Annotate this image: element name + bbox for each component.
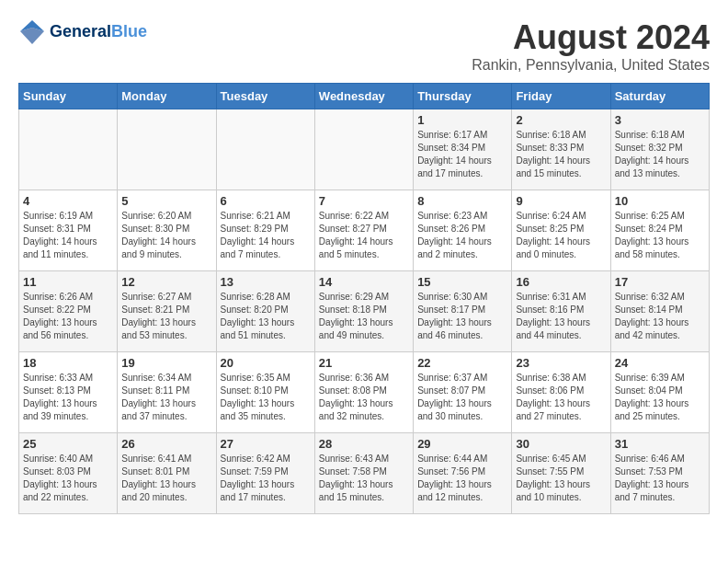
calendar-cell: 20Sunrise: 6:35 AMSunset: 8:10 PMDayligh… (216, 352, 314, 433)
calendar-cell: 27Sunrise: 6:42 AMSunset: 7:59 PMDayligh… (216, 433, 314, 514)
calendar-week-row: 18Sunrise: 6:33 AMSunset: 8:13 PMDayligh… (19, 352, 710, 433)
calendar-cell: 1Sunrise: 6:17 AMSunset: 8:34 PMDaylight… (414, 109, 512, 190)
weekday-header-monday: Monday (118, 84, 216, 109)
day-number: 22 (417, 356, 507, 370)
calendar-cell: 9Sunrise: 6:24 AMSunset: 8:25 PMDaylight… (512, 190, 610, 271)
calendar-cell: 31Sunrise: 6:46 AMSunset: 7:53 PMDayligh… (610, 433, 709, 514)
day-info: Sunrise: 6:43 AMSunset: 7:58 PMDaylight:… (319, 453, 409, 504)
day-number: 26 (121, 437, 211, 451)
calendar-cell: 25Sunrise: 6:40 AMSunset: 8:03 PMDayligh… (19, 433, 118, 514)
weekday-header-friday: Friday (512, 84, 610, 109)
day-info: Sunrise: 6:36 AMSunset: 8:08 PMDaylight:… (319, 372, 409, 423)
day-number: 13 (221, 275, 311, 289)
calendar-cell: 15Sunrise: 6:30 AMSunset: 8:17 PMDayligh… (414, 271, 512, 352)
day-number: 29 (417, 437, 507, 451)
day-number: 30 (516, 437, 606, 451)
day-info: Sunrise: 6:38 AMSunset: 8:06 PMDaylight:… (516, 372, 606, 423)
day-info: Sunrise: 6:28 AMSunset: 8:20 PMDaylight:… (221, 291, 311, 342)
calendar-cell: 24Sunrise: 6:39 AMSunset: 8:04 PMDayligh… (610, 352, 709, 433)
day-number: 10 (615, 194, 705, 208)
calendar-cell: 17Sunrise: 6:32 AMSunset: 8:14 PMDayligh… (610, 271, 709, 352)
day-number: 24 (615, 356, 705, 370)
day-number: 20 (221, 356, 311, 370)
day-info: Sunrise: 6:27 AMSunset: 8:21 PMDaylight:… (121, 291, 211, 342)
day-number: 19 (121, 356, 211, 370)
day-number: 15 (417, 275, 507, 289)
day-number: 23 (516, 356, 606, 370)
calendar-cell: 22Sunrise: 6:37 AMSunset: 8:07 PMDayligh… (414, 352, 512, 433)
day-number: 18 (23, 356, 113, 370)
weekday-header-sunday: Sunday (19, 84, 118, 109)
day-number: 21 (319, 356, 409, 370)
day-number: 6 (221, 194, 311, 208)
day-number: 4 (23, 194, 113, 208)
logo: GeneralBlue (18, 18, 147, 46)
calendar-cell: 3Sunrise: 6:18 AMSunset: 8:32 PMDaylight… (610, 109, 709, 190)
calendar-cell: 18Sunrise: 6:33 AMSunset: 8:13 PMDayligh… (19, 352, 118, 433)
calendar-cell: 26Sunrise: 6:41 AMSunset: 8:01 PMDayligh… (118, 433, 216, 514)
calendar-cell: 2Sunrise: 6:18 AMSunset: 8:33 PMDaylight… (512, 109, 610, 190)
calendar-cell: 5Sunrise: 6:20 AMSunset: 8:30 PMDaylight… (118, 190, 216, 271)
day-info: Sunrise: 6:23 AMSunset: 8:26 PMDaylight:… (417, 210, 507, 261)
calendar-cell: 6Sunrise: 6:21 AMSunset: 8:29 PMDaylight… (216, 190, 314, 271)
day-number: 5 (121, 194, 211, 208)
day-info: Sunrise: 6:42 AMSunset: 7:59 PMDaylight:… (221, 453, 311, 504)
calendar-week-row: 1Sunrise: 6:17 AMSunset: 8:34 PMDaylight… (19, 109, 710, 190)
day-number: 28 (319, 437, 409, 451)
day-info: Sunrise: 6:37 AMSunset: 8:07 PMDaylight:… (417, 372, 507, 423)
calendar-cell (19, 109, 118, 190)
calendar-cell: 4Sunrise: 6:19 AMSunset: 8:31 PMDaylight… (19, 190, 118, 271)
calendar-cell: 21Sunrise: 6:36 AMSunset: 8:08 PMDayligh… (314, 352, 413, 433)
calendar-cell: 28Sunrise: 6:43 AMSunset: 7:58 PMDayligh… (314, 433, 413, 514)
day-number: 27 (221, 437, 311, 451)
day-info: Sunrise: 6:35 AMSunset: 8:10 PMDaylight:… (221, 372, 311, 423)
logo-text: GeneralBlue (50, 23, 147, 41)
day-info: Sunrise: 6:18 AMSunset: 8:32 PMDaylight:… (615, 129, 705, 180)
day-number: 16 (516, 275, 606, 289)
day-number: 17 (615, 275, 705, 289)
weekday-header-wednesday: Wednesday (314, 84, 413, 109)
day-info: Sunrise: 6:40 AMSunset: 8:03 PMDaylight:… (23, 453, 113, 504)
day-info: Sunrise: 6:45 AMSunset: 7:55 PMDaylight:… (516, 453, 606, 504)
calendar-cell: 16Sunrise: 6:31 AMSunset: 8:16 PMDayligh… (512, 271, 610, 352)
calendar-cell: 14Sunrise: 6:29 AMSunset: 8:18 PMDayligh… (314, 271, 413, 352)
day-number: 1 (417, 113, 507, 127)
calendar-cell: 10Sunrise: 6:25 AMSunset: 8:24 PMDayligh… (610, 190, 709, 271)
calendar-cell (314, 109, 413, 190)
calendar-cell: 19Sunrise: 6:34 AMSunset: 8:11 PMDayligh… (118, 352, 216, 433)
day-info: Sunrise: 6:21 AMSunset: 8:29 PMDaylight:… (221, 210, 311, 261)
day-info: Sunrise: 6:31 AMSunset: 8:16 PMDaylight:… (516, 291, 606, 342)
day-info: Sunrise: 6:18 AMSunset: 8:33 PMDaylight:… (516, 129, 606, 180)
calendar-header: SundayMondayTuesdayWednesdayThursdayFrid… (19, 84, 710, 109)
calendar-cell (118, 109, 216, 190)
calendar-cell: 29Sunrise: 6:44 AMSunset: 7:56 PMDayligh… (414, 433, 512, 514)
day-number: 14 (319, 275, 409, 289)
day-info: Sunrise: 6:25 AMSunset: 8:24 PMDaylight:… (615, 210, 705, 261)
day-number: 8 (417, 194, 507, 208)
day-info: Sunrise: 6:39 AMSunset: 8:04 PMDaylight:… (615, 372, 705, 423)
day-info: Sunrise: 6:30 AMSunset: 8:17 PMDaylight:… (417, 291, 507, 342)
day-number: 12 (121, 275, 211, 289)
weekday-header-saturday: Saturday (610, 84, 709, 109)
day-info: Sunrise: 6:44 AMSunset: 7:56 PMDaylight:… (417, 453, 507, 504)
day-info: Sunrise: 6:34 AMSunset: 8:11 PMDaylight:… (121, 372, 211, 423)
weekday-header-thursday: Thursday (414, 84, 512, 109)
calendar-cell: 13Sunrise: 6:28 AMSunset: 8:20 PMDayligh… (216, 271, 314, 352)
day-number: 3 (615, 113, 705, 127)
calendar-week-row: 4Sunrise: 6:19 AMSunset: 8:31 PMDaylight… (19, 190, 710, 271)
day-info: Sunrise: 6:33 AMSunset: 8:13 PMDaylight:… (23, 372, 113, 423)
calendar-cell: 23Sunrise: 6:38 AMSunset: 8:06 PMDayligh… (512, 352, 610, 433)
calendar-table: SundayMondayTuesdayWednesdayThursdayFrid… (18, 83, 710, 514)
day-info: Sunrise: 6:20 AMSunset: 8:30 PMDaylight:… (121, 210, 211, 261)
calendar-cell: 30Sunrise: 6:45 AMSunset: 7:55 PMDayligh… (512, 433, 610, 514)
calendar-cell: 12Sunrise: 6:27 AMSunset: 8:21 PMDayligh… (118, 271, 216, 352)
location-subtitle: Rankin, Pennsylvania, United States (472, 57, 710, 74)
day-number: 9 (516, 194, 606, 208)
day-info: Sunrise: 6:41 AMSunset: 8:01 PMDaylight:… (121, 453, 211, 504)
day-number: 11 (23, 275, 113, 289)
calendar-body: 1Sunrise: 6:17 AMSunset: 8:34 PMDaylight… (19, 109, 710, 514)
day-info: Sunrise: 6:19 AMSunset: 8:31 PMDaylight:… (23, 210, 113, 261)
day-number: 7 (319, 194, 409, 208)
logo-icon (18, 18, 46, 46)
day-number: 2 (516, 113, 606, 127)
